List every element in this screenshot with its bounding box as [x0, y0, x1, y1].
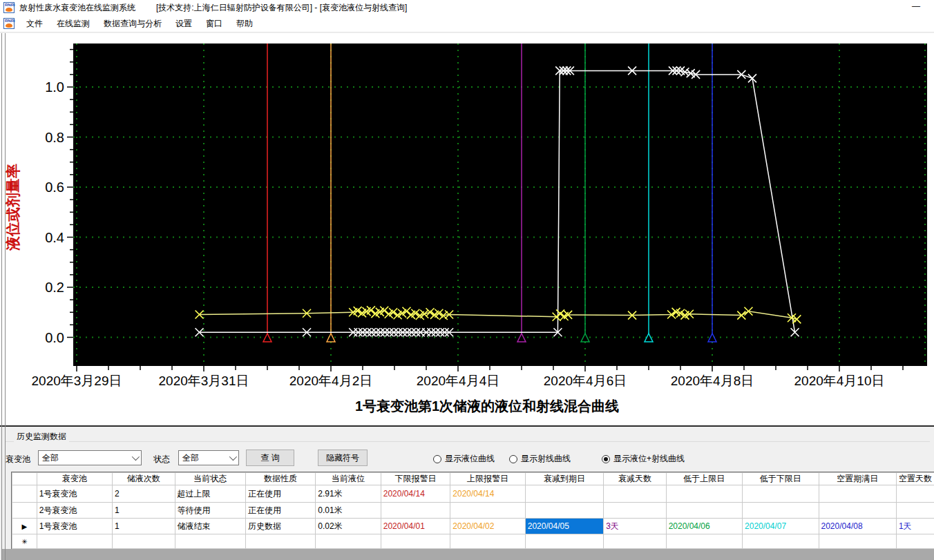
table-cell[interactable]: 2020/04/02 — [450, 519, 525, 534]
table-cell[interactable] — [743, 503, 819, 519]
radio-circle-icon — [433, 455, 441, 463]
column-header[interactable]: 衰减到期日 — [525, 473, 603, 485]
column-header[interactable]: 空置天数 — [896, 473, 934, 485]
table-cell[interactable]: 1 — [113, 519, 175, 534]
table-cell[interactable]: 正在使用 — [245, 485, 315, 503]
table-cell[interactable] — [819, 534, 896, 549]
table-cell[interactable] — [896, 534, 934, 549]
table-cell[interactable]: 1号衰变池 — [37, 485, 112, 503]
pool-filter-select[interactable]: 全部 — [38, 450, 142, 465]
x-tick-label: 2020年3月31日 — [159, 374, 249, 388]
menu-window[interactable]: 窗口 — [199, 15, 229, 32]
table-cell[interactable]: 1号衰变池 — [37, 519, 112, 534]
column-header[interactable]: 低于上限日 — [666, 473, 742, 485]
column-header[interactable]: 衰减天数 — [604, 473, 667, 485]
table-cell[interactable]: 历史数据 — [245, 519, 315, 534]
table-cell[interactable]: 2020/04/07 — [743, 519, 819, 534]
table-cell[interactable]: 2020/04/14 — [450, 485, 525, 503]
menu-online-monitor[interactable]: 在线监测 — [50, 15, 97, 32]
menu-file[interactable]: 文件 — [19, 15, 50, 32]
table-cell[interactable] — [381, 534, 450, 549]
table-cell[interactable]: 2020/04/08 — [819, 519, 896, 534]
table-cell[interactable] — [113, 534, 175, 549]
radio-show-ray-curve[interactable]: 显示射线曲线 — [509, 453, 571, 465]
row-selector[interactable] — [12, 485, 37, 503]
query-button[interactable]: 查 询 — [246, 450, 294, 466]
status-filter-select[interactable]: 全部 — [178, 450, 239, 465]
menu-data-query-analysis[interactable]: 数据查询与分析 — [97, 15, 169, 32]
table-cell[interactable] — [896, 503, 934, 519]
status-filter-value: 全部 — [182, 452, 199, 464]
table-cell[interactable] — [604, 503, 667, 519]
table-cell[interactable] — [450, 503, 525, 519]
table-cell[interactable] — [743, 534, 819, 549]
table-cell[interactable] — [896, 485, 934, 503]
column-header[interactable]: 上限报警日 — [450, 473, 525, 485]
hide-symbols-button[interactable]: 隐藏符号 — [318, 450, 368, 466]
table-cell[interactable] — [743, 485, 819, 503]
table-cell[interactable] — [450, 534, 525, 549]
table-cell[interactable] — [525, 503, 603, 519]
table-cell[interactable]: 2020/04/05 — [525, 519, 603, 534]
table-cell[interactable]: 2020/04/14 — [381, 485, 450, 503]
radio-show-level-curve[interactable]: 显示液位曲线 — [433, 453, 495, 465]
table-cell[interactable] — [175, 534, 245, 549]
column-header[interactable]: 衰变池 — [37, 473, 112, 485]
table-cell[interactable] — [525, 534, 603, 549]
table-cell[interactable]: 2020/04/06 — [666, 519, 742, 534]
table-cell[interactable] — [245, 534, 315, 549]
row-selector[interactable] — [12, 503, 37, 519]
groupbox-border — [6, 441, 930, 442]
table-cell[interactable] — [819, 503, 896, 519]
y-tick-label: 0.6 — [45, 180, 64, 195]
row-selector[interactable]: ▶ — [12, 519, 37, 534]
table-cell[interactable]: 1天 — [896, 519, 934, 534]
table-cell[interactable] — [666, 503, 742, 519]
table-scroll-area[interactable] — [1, 549, 934, 560]
table-cell[interactable]: 0.01米 — [316, 503, 381, 519]
table-cell[interactable] — [381, 503, 450, 519]
x-tick-label: 2020年4月10日 — [794, 374, 885, 388]
table-cell[interactable]: 储液结束 — [175, 519, 245, 534]
column-header[interactable]: 当前液位 — [316, 473, 381, 485]
table-cell[interactable] — [819, 485, 896, 503]
column-header[interactable]: 下限报警日 — [381, 473, 450, 485]
menu-help[interactable]: 帮助 — [229, 15, 260, 32]
table-cell[interactable] — [666, 485, 742, 503]
table-cell[interactable]: 正在使用 — [245, 503, 315, 519]
table-cell[interactable]: 1 — [113, 503, 175, 519]
menu-settings[interactable]: 设置 — [169, 15, 199, 32]
minimize-button[interactable]: — — [912, 1, 920, 11]
column-header[interactable]: 当前状态 — [175, 473, 245, 485]
table-cell[interactable]: 3天 — [604, 519, 667, 534]
row-selector[interactable]: ✳ — [12, 534, 37, 549]
column-header[interactable]: 储液次数 — [113, 473, 175, 485]
table-cell[interactable] — [666, 534, 742, 549]
radio-show-level-ray-curve[interactable]: 显示液位+射线曲线 — [602, 453, 685, 465]
chevron-down-icon — [229, 453, 237, 461]
table-cell[interactable]: 2.91米 — [316, 485, 381, 503]
chart-title: 1号衰变池第1次储液的液位和射线混合曲线 — [355, 398, 619, 414]
title-bar: RNRi 放射性废水衰变池在线监测系统[技术支持:上海仁日辐射防护设备有限公司]… — [0, 0, 934, 16]
table-cell[interactable]: 2号衰变池 — [37, 503, 112, 519]
table-cell[interactable] — [604, 534, 667, 549]
table-cell[interactable] — [525, 485, 603, 503]
column-header[interactable]: 数据性质 — [245, 473, 315, 485]
column-header[interactable]: 低于下限日 — [743, 473, 819, 485]
table-cell[interactable]: 等待使用 — [175, 503, 245, 519]
pool-filter-value: 全部 — [42, 452, 59, 464]
table-cell[interactable]: 0.02米 — [316, 519, 381, 534]
chart-region: 0.00.20.40.60.81.02020年3月29日2020年3月31日20… — [0, 33, 934, 427]
table-cell[interactable]: 2020/04/01 — [381, 519, 450, 534]
window-title-app: 放射性废水衰变池在线监测系统 — [19, 3, 135, 12]
menu-bar-items: 文件在线监测数据查询与分析设置窗口帮助 — [19, 15, 260, 32]
table-cell[interactable]: 超过上限 — [175, 485, 245, 503]
table-cell[interactable]: 2 — [113, 485, 175, 503]
mdi-frame-line — [1, 33, 2, 560]
table-cell[interactable] — [316, 534, 381, 549]
column-header[interactable]: 空置期满日 — [819, 473, 896, 485]
app-icon-text: RNRi — [5, 3, 15, 8]
table-cell[interactable] — [604, 485, 667, 503]
radio-circle-icon — [602, 455, 610, 463]
table-cell[interactable] — [37, 534, 112, 549]
